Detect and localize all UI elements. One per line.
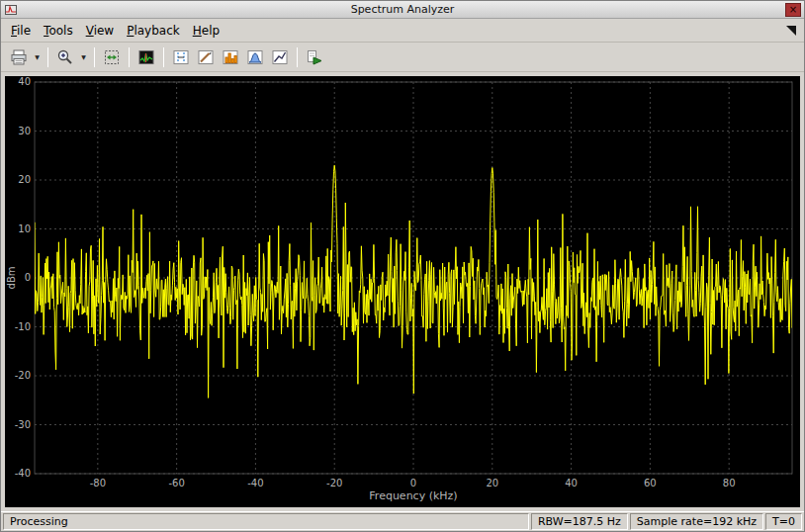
- zoom-button[interactable]: [53, 45, 77, 69]
- menu-bar: File Tools View Playback Help: [1, 19, 804, 43]
- svg-text:-40: -40: [247, 478, 263, 488]
- spectrum-settings-button[interactable]: [134, 45, 158, 69]
- cursor-measurements-button[interactable]: [169, 45, 193, 69]
- svg-text:30: 30: [18, 126, 31, 136]
- svg-text:0: 0: [410, 478, 416, 488]
- peak-finder-button[interactable]: [194, 45, 218, 69]
- toolbar-separator: [163, 47, 164, 67]
- status-time: T=0: [765, 513, 802, 530]
- svg-text:-60: -60: [168, 478, 184, 488]
- app-icon: [5, 4, 17, 16]
- menu-help[interactable]: Help: [189, 21, 228, 41]
- dock-arrow-icon[interactable]: [786, 26, 796, 36]
- svg-text:0: 0: [25, 272, 31, 283]
- toolbar-separator: [47, 47, 48, 67]
- zoom-dropdown[interactable]: ▼: [78, 45, 89, 69]
- svg-text:40: 40: [18, 76, 31, 87]
- svg-text:20: 20: [486, 478, 498, 488]
- histogram-icon: [222, 48, 239, 66]
- menu-file[interactable]: File: [7, 21, 40, 41]
- svg-text:-80: -80: [90, 478, 106, 488]
- title-bar: Spectrum Analyzer ×: [1, 1, 804, 19]
- svg-text:40: 40: [565, 478, 578, 488]
- svg-text:Frequency (kHz): Frequency (kHz): [369, 489, 457, 502]
- print-export-button[interactable]: [7, 45, 31, 69]
- span-arrows-icon: [103, 48, 121, 66]
- print-export-dropdown[interactable]: ▼: [32, 45, 43, 69]
- svg-text:-20: -20: [326, 478, 342, 488]
- channel-measurements-button[interactable]: [243, 45, 267, 69]
- peak-finder-icon: [197, 48, 215, 66]
- step-forward-icon: [306, 48, 323, 66]
- status-sample-rate: Sample rate=192 kHz: [630, 513, 763, 530]
- toolbar-separator: [129, 47, 130, 67]
- svg-text:10: 10: [18, 223, 31, 234]
- toolbar-separator: [94, 47, 95, 67]
- magnifier-plus-icon: [56, 48, 74, 66]
- spectrum-icon: [137, 48, 155, 66]
- menu-playback[interactable]: Playback: [123, 21, 189, 41]
- status-rbw: RBW=187.5 Hz: [531, 513, 628, 530]
- fit-to-view-button[interactable]: [100, 45, 124, 69]
- printer-icon: [10, 48, 28, 66]
- spectrum-analyzer-window: Spectrum Analyzer × File Tools View Play…: [0, 0, 805, 532]
- toolbar-separator: [297, 47, 298, 67]
- spectrum-plot[interactable]: -80-60-40-20020406080403020100-10-20-30-…: [5, 76, 800, 507]
- svg-text:80: 80: [723, 478, 736, 488]
- status-bar: Processing RBW=187.5 Hz Sample rate=192 …: [1, 511, 804, 531]
- menu-tools[interactable]: Tools: [40, 21, 82, 41]
- channel-power-icon: [246, 48, 264, 66]
- toolbar: ▼ ▼: [1, 43, 804, 72]
- window-title: Spectrum Analyzer: [1, 3, 804, 16]
- menu-view[interactable]: View: [82, 21, 123, 41]
- svg-text:-20: -20: [15, 370, 31, 381]
- svg-text:dBm: dBm: [6, 267, 17, 290]
- step-forward-button[interactable]: [303, 45, 326, 69]
- mask-line-icon: [271, 48, 289, 66]
- status-message: Processing: [3, 513, 529, 530]
- plot-area: -80-60-40-20020406080403020100-10-20-30-…: [1, 72, 804, 511]
- svg-text:60: 60: [644, 478, 657, 488]
- spectral-mask-button[interactable]: [268, 45, 292, 69]
- cursors-icon: [172, 48, 190, 66]
- svg-text:-40: -40: [15, 468, 31, 479]
- close-button[interactable]: ×: [785, 3, 801, 17]
- svg-text:20: 20: [18, 174, 31, 185]
- distortion-measurements-button[interactable]: [219, 45, 242, 69]
- svg-text:-10: -10: [15, 321, 31, 332]
- svg-text:-30: -30: [15, 419, 31, 430]
